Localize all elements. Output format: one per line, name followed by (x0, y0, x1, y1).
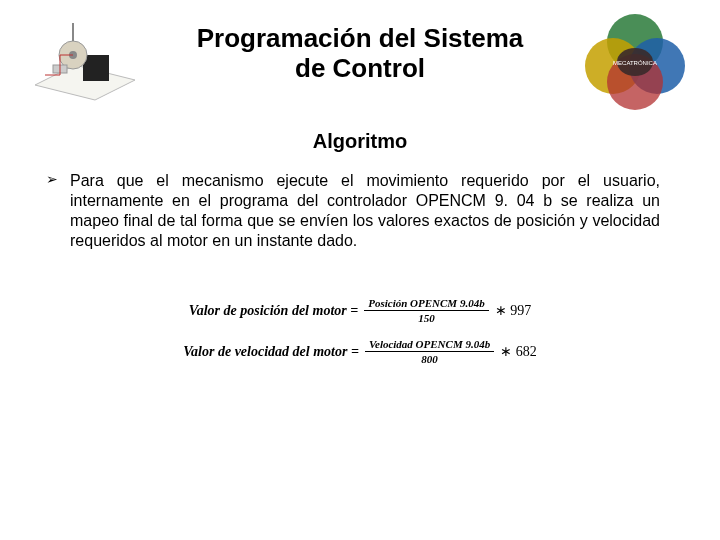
mechatronics-venn-icon: MECATRÓNICA (575, 10, 695, 110)
eq1-lhs: Valor de posición del motor = (189, 303, 358, 319)
eq2-denominator: 800 (417, 353, 442, 365)
bullet-icon: ➢ (46, 171, 58, 189)
eq2-multiplier: ∗ 682 (500, 343, 537, 360)
eq2-lhs: Valor de velocidad del motor = (183, 344, 359, 360)
venn-image: MECATRÓNICA (570, 10, 700, 110)
equations-block: Valor de posición del motor = Posición O… (0, 297, 720, 365)
body-paragraph-container: ➢ Para que el mecanismo ejecute el movim… (0, 171, 720, 251)
title-line-1: Programación del Sistema (197, 23, 524, 53)
body-paragraph: Para que el mecanismo ejecute el movimie… (70, 172, 660, 249)
mechanism-image (20, 10, 150, 110)
title-line-2: de Control (295, 53, 425, 83)
title-block: Programación del Sistema de Control (150, 10, 570, 84)
mechanism-icon (25, 15, 145, 105)
eq1-numerator: Posición OPENCM 9.04b (364, 297, 488, 309)
eq1-fraction: Posición OPENCM 9.04b 150 (364, 297, 488, 324)
equation-position: Valor de posición del motor = Posición O… (189, 297, 531, 324)
eq1-denominator: 150 (414, 312, 439, 324)
equation-velocity: Valor de velocidad del motor = Velocidad… (183, 338, 536, 365)
eq2-numerator: Velocidad OPENCM 9.04b (365, 338, 494, 350)
slide-header: Programación del Sistema de Control MECA… (0, 0, 720, 110)
eq2-fraction: Velocidad OPENCM 9.04b 800 (365, 338, 494, 365)
slide-title: Programación del Sistema de Control (150, 24, 570, 84)
svg-text:MECATRÓNICA: MECATRÓNICA (613, 60, 657, 66)
eq1-multiplier: ∗ 997 (495, 302, 532, 319)
slide-subtitle: Algoritmo (0, 130, 720, 153)
